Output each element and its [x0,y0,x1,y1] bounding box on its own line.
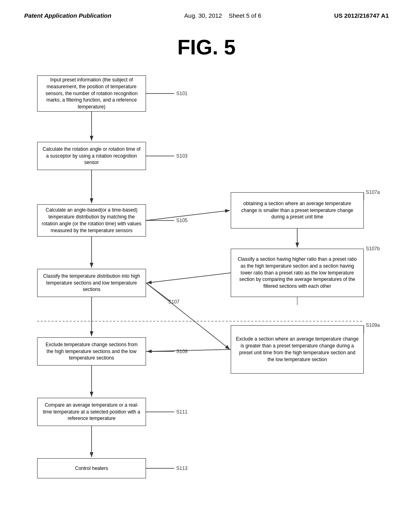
label-s109a: S109a [366,322,380,328]
header-date-sheet: Aug. 30, 2012 Sheet 5 of 6 [184,12,261,19]
svg-line-15 [146,283,170,301]
box-s107-classify-text: Classify the temperature distribution in… [42,273,142,293]
label-s111: S111 [176,409,188,415]
label-s113: S113 [176,466,188,471]
svg-line-9 [147,273,231,283]
label-s109: S109 [176,349,188,354]
header-patent-number: US 2012/216747 A1 [334,12,389,19]
box-s107-classify: Classify the temperature distribution in… [37,269,146,297]
box-s113-control: Control heaters [37,458,146,478]
page: Patent Application Publication Aug. 30, … [0,0,413,532]
box-s107b-text: Classify a section having higher ratio t… [235,256,359,290]
label-s107b: S107b [366,246,380,251]
flowchart: Input preset information (the subject of… [25,75,388,499]
svg-line-7 [146,210,230,220]
box-s109-exclude-text: Exclude temperature change sections from… [42,341,142,362]
svg-line-11 [147,349,231,351]
box-s109-exclude: Exclude temperature change sections from… [37,337,146,366]
box-s111-compare-text: Compare an average temperature or a real… [42,402,142,422]
figure-title: FIG. 5 [0,35,413,59]
box-s107b: Classify a section having higher ratio t… [231,249,364,297]
box-s113-control-text: Control heaters [75,465,108,472]
box-s109a-text: Exclude a section where an average tempe… [235,336,359,363]
header-publication: Patent Application Publication [24,12,111,19]
label-s103: S103 [176,153,188,159]
header: Patent Application Publication Aug. 30, … [0,0,413,23]
box-s105-text: Calculate an angle-based(or a time-based… [42,207,142,234]
box-s111-compare: Compare an average temperature or a real… [37,398,146,426]
svg-line-10 [146,283,230,349]
box-s107a: obtaining a section where an average tem… [231,192,364,229]
box-s103-text: Calculate the rotation angle or rotation… [42,146,142,166]
box-s109a: Exclude a section where an average tempe… [231,325,364,374]
box-s101: Input preset information (the subject of… [37,75,146,112]
label-s107a: S107a [366,189,380,195]
box-s107a-text: obtaining a section where an average tem… [235,200,359,220]
label-s105: S105 [176,218,188,223]
box-s105: Calculate an angle-based(or a time-based… [37,204,146,237]
label-s101: S101 [176,91,188,96]
label-s107: S107 [168,299,179,305]
box-s103: Calculate the rotation angle or rotation… [37,142,146,170]
box-s101-text: Input preset information (the subject of… [42,77,142,110]
